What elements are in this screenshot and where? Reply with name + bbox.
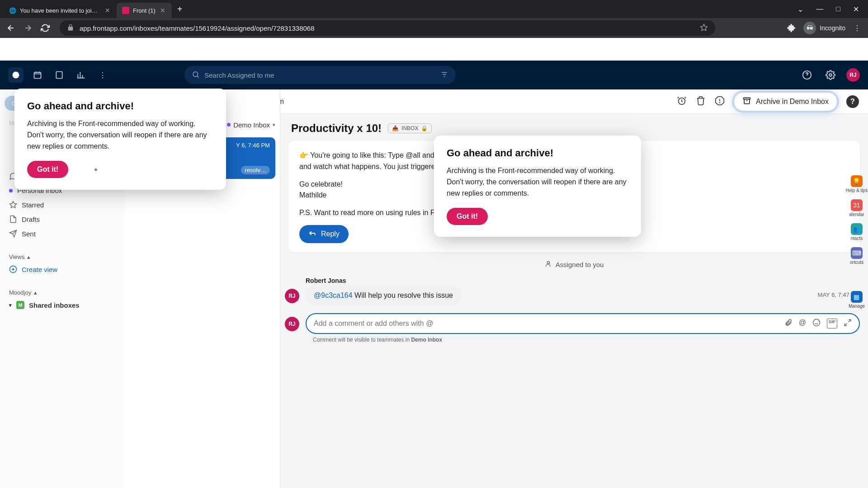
rail-manage[interactable]: ▦Manage <box>849 291 865 309</box>
incognito-label: Incognito <box>820 24 845 32</box>
attach-icon[interactable] <box>784 319 793 328</box>
rail-contacts[interactable]: 👥ntacts <box>851 223 863 241</box>
address-bar: app.frontapp.com/inboxes/teammates/15619… <box>0 18 868 38</box>
popover-title: Go ahead and archive! <box>447 147 628 159</box>
sidebar-item-starred[interactable]: Starred <box>5 197 120 212</box>
tab-spam[interactable]: Spam <box>280 98 284 106</box>
inbox-filter[interactable]: Demo Inbox ▾ <box>227 121 321 129</box>
cursor-icon: ⌖ <box>94 166 98 174</box>
analytics-nav-icon[interactable] <box>73 67 89 83</box>
caret-up-icon: ▴ <box>34 289 37 296</box>
incognito-indicator[interactable]: 🕶 Incognito <box>803 22 845 34</box>
app-logo-icon[interactable] <box>8 67 24 83</box>
tab-title: Front (1) <box>133 7 156 14</box>
search-icon <box>192 70 200 80</box>
emoji-icon[interactable] <box>812 319 821 328</box>
composer-hint: Comment will be visible to teammates in … <box>313 337 860 343</box>
rail-shortcuts[interactable]: ⌨ortcuts <box>850 247 863 265</box>
got-it-button[interactable]: Got it! <box>447 208 488 225</box>
team-avatar-icon: M <box>16 301 24 309</box>
svg-rect-17 <box>744 98 750 99</box>
lock-icon <box>67 24 74 33</box>
card-tag: resolv… <box>241 166 270 174</box>
close-icon[interactable]: ✕ <box>159 7 166 14</box>
filter-icon[interactable] <box>440 70 448 80</box>
svg-point-18 <box>547 262 549 264</box>
globe-icon: 🌐 <box>9 7 16 14</box>
svg-point-4 <box>193 72 198 77</box>
chevron-down-icon: ▾ <box>9 302 12 308</box>
comment-text-field[interactable] <box>314 319 784 328</box>
right-rail: 💡Help & tips 31alendar 👥ntacts ⌨ortcuts … <box>845 175 868 309</box>
browser-tab[interactable]: 🌐 You have been invited to join Fr… ✕ <box>4 3 117 18</box>
calendar-nav-icon[interactable] <box>30 67 45 83</box>
contacts-nav-icon[interactable] <box>52 67 67 83</box>
comment: RJ Robert Jonas @9c3ca164 Will help you … <box>306 277 860 305</box>
mention[interactable]: @9c3ca164 <box>314 291 353 299</box>
minimize-icon[interactable]: ― <box>816 5 823 14</box>
close-icon[interactable]: ✕ <box>104 7 111 14</box>
got-it-button[interactable]: Got it! <box>27 161 68 178</box>
star-icon[interactable] <box>700 23 708 33</box>
expand-icon[interactable] <box>844 319 852 328</box>
new-tab-button[interactable]: + <box>172 4 188 14</box>
browser-titlebar: 🌐 You have been invited to join Fr… ✕ Fr… <box>0 0 868 18</box>
assigned-indicator: Assigned to you <box>280 260 868 269</box>
sidebar-item-sent[interactable]: Sent <box>5 226 120 241</box>
rail-calendar[interactable]: 31alendar <box>849 199 864 217</box>
svg-marker-7 <box>10 202 17 208</box>
help-badge-icon[interactable]: ? <box>846 95 859 108</box>
kebab-menu-icon[interactable]: ⋮ <box>852 23 863 33</box>
rail-tips[interactable]: 💡Help & tips <box>846 175 868 193</box>
spam-icon[interactable] <box>715 96 725 108</box>
search-input[interactable]: Search Assigned to me <box>184 66 456 84</box>
forward-button[interactable] <box>23 23 33 33</box>
avatar: RJ <box>285 289 299 303</box>
url-text: app.frontapp.com/inboxes/teammates/15619… <box>80 24 694 32</box>
url-field[interactable]: app.frontapp.com/inboxes/teammates/15619… <box>60 20 715 36</box>
maximize-icon[interactable]: □ <box>836 5 840 14</box>
dot-icon <box>9 189 13 192</box>
browser-tab-active[interactable]: Front (1) ✕ <box>117 3 172 18</box>
keyboard-icon: ⌨ <box>851 247 863 259</box>
incognito-icon: 🕶 <box>803 22 816 34</box>
more-nav-icon[interactable]: ⋮ <box>95 67 110 83</box>
thread-actionbar: Trash Spam Archive in Demo Inbox ? <box>280 89 868 114</box>
gear-icon[interactable] <box>823 67 838 83</box>
svg-point-6 <box>829 74 832 76</box>
reply-button[interactable]: Reply <box>299 225 349 243</box>
tab-dropdown-icon[interactable]: ⌄ <box>797 5 803 14</box>
svg-marker-0 <box>701 24 708 30</box>
onboarding-popover-left: Go ahead and archive! Archiving is the F… <box>14 89 226 190</box>
card-time: Y 6, 7:46 PM <box>236 142 270 149</box>
close-window-icon[interactable]: ✕ <box>853 5 859 14</box>
svg-rect-2 <box>34 72 41 78</box>
comment-input[interactable]: @ GIF <box>306 313 860 334</box>
sidebar-item-shared-inboxes[interactable]: ▾ M Shared inboxes <box>5 298 120 312</box>
sidebar-section-team[interactable]: Moodjoy ▴ <box>5 285 120 298</box>
star-icon <box>9 201 17 209</box>
svg-rect-3 <box>56 72 62 79</box>
snooze-icon[interactable] <box>677 96 687 108</box>
avatar[interactable]: RJ <box>846 68 860 82</box>
popover-body: Archiving is the Front-recommended way o… <box>447 165 628 199</box>
sidebar-create-view[interactable]: Create view <box>5 262 120 277</box>
extensions-icon[interactable] <box>786 23 797 33</box>
reply-icon <box>308 229 316 239</box>
sidebar-section-views[interactable]: Views ▴ <box>5 249 120 262</box>
reload-button[interactable] <box>40 23 51 33</box>
svg-point-19 <box>813 319 820 326</box>
svg-point-16 <box>720 102 720 103</box>
back-button[interactable] <box>5 23 16 33</box>
trash-icon[interactable] <box>696 96 706 108</box>
comment-author: Robert Jonas <box>306 277 860 284</box>
mention-icon[interactable]: @ <box>799 319 806 328</box>
popover-body: Archiving is the Front-recommended way o… <box>27 118 213 152</box>
comment-bubble: @9c3ca164 Will help you resolve this iss… <box>306 286 461 305</box>
front-favicon-icon <box>122 7 129 14</box>
sidebar-item-drafts[interactable]: Drafts <box>5 212 120 226</box>
help-icon[interactable] <box>799 67 815 83</box>
archive-button[interactable]: Archive in Demo Inbox <box>734 92 837 111</box>
send-icon <box>9 230 17 238</box>
gif-icon[interactable]: GIF <box>827 319 837 328</box>
